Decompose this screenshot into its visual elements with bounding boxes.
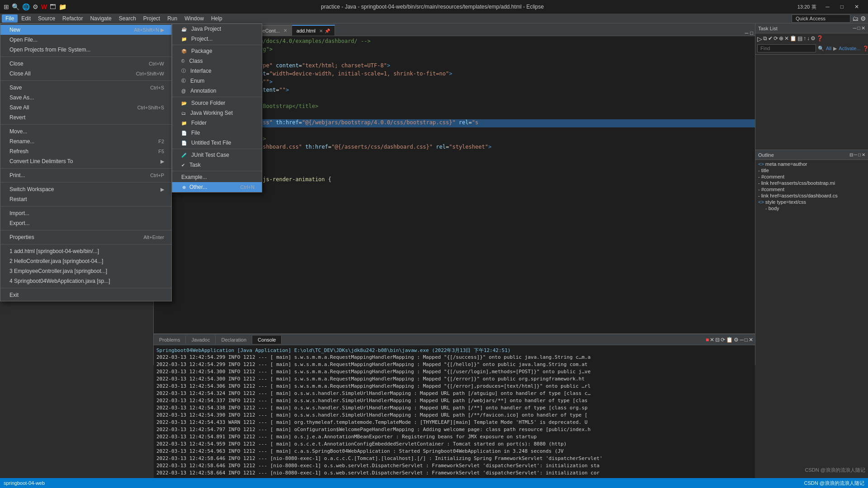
- tab-declaration[interactable]: Declaration: [216, 336, 252, 344]
- close-tab-add[interactable]: ✕: [319, 28, 323, 33]
- outline-item-link-dashboard[interactable]: - link href=asserts/css/dashboard.cs: [756, 192, 867, 199]
- file-menu-new[interactable]: New Alt+Shift+N ▶: [0, 25, 171, 35]
- tab-javadoc[interactable]: Javadoc: [186, 336, 216, 344]
- file-menu-save-all[interactable]: Save All Ctrl+Shift+S: [0, 103, 171, 113]
- file-menu-restart[interactable]: Restart: [0, 194, 171, 204]
- all-button[interactable]: All: [826, 46, 831, 51]
- file-menu-export[interactable]: Export...: [0, 218, 171, 228]
- console-minimize[interactable]: ─: [740, 337, 744, 343]
- menu-file[interactable]: File: [2, 14, 18, 23]
- file-menu-recent-4[interactable]: 4 Springboot04WebApplication.java [sp...…: [0, 276, 171, 286]
- console-btn-2[interactable]: ✕: [710, 337, 714, 343]
- new-interface[interactable]: ⒾInterface: [172, 66, 262, 76]
- new-source-folder[interactable]: 📂Source Folder: [172, 98, 262, 108]
- task-btn-8[interactable]: ▤: [797, 35, 802, 42]
- pin-icon[interactable]: 📌: [325, 28, 330, 33]
- outline-collapse[interactable]: ⊟: [849, 152, 853, 157]
- console-btn-4[interactable]: ⟳: [721, 337, 725, 343]
- new-class[interactable]: ©Class: [172, 56, 262, 66]
- file-menu-rename[interactable]: Rename... F2: [0, 136, 171, 146]
- task-help-icon[interactable]: ❓: [863, 46, 868, 52]
- new-project[interactable]: 📁Project...: [172, 34, 262, 44]
- task-btn-9[interactable]: ↑: [803, 35, 806, 42]
- new-java-project[interactable]: ☕Java Project: [172, 24, 262, 34]
- search-taskbar-icon[interactable]: 🔍: [12, 3, 19, 10]
- file-menu-open-projects[interactable]: Open Projects from File System...: [0, 45, 171, 55]
- task-btn-4[interactable]: ⟳: [774, 35, 778, 42]
- menu-refactor[interactable]: Refactor: [59, 14, 86, 23]
- file-menu-refresh[interactable]: Refresh F5: [0, 146, 171, 156]
- task-btn-11[interactable]: ⚙: [811, 35, 816, 42]
- file-menu-print[interactable]: Print... Ctrl+P: [0, 170, 171, 180]
- task-list-close[interactable]: ✕: [861, 25, 865, 31]
- task-btn-3[interactable]: ✔: [768, 35, 773, 42]
- new-package[interactable]: 📦Package: [172, 46, 262, 56]
- close-tab-employee[interactable]: ✕: [283, 28, 287, 33]
- console-btn-5[interactable]: 📋: [726, 337, 733, 343]
- file-menu-save-as[interactable]: Save As...: [0, 93, 171, 103]
- file-menu-recent-3[interactable]: 3 EmployeeController.java [springboot...…: [0, 266, 171, 276]
- window-controls[interactable]: ─ □ ✕: [820, 0, 864, 14]
- minimize-button[interactable]: ─: [820, 0, 835, 14]
- tab-add-html[interactable]: add.html ✕ 📌: [292, 25, 335, 36]
- toolbar-icon-1[interactable]: 🗂: [852, 15, 859, 22]
- minimize-editor-icon[interactable]: ─: [745, 30, 749, 36]
- menu-project[interactable]: Project: [140, 14, 164, 23]
- tab-problems[interactable]: Problems: [154, 336, 186, 344]
- console-maximize[interactable]: □: [745, 337, 748, 343]
- maximize-button[interactable]: □: [835, 0, 849, 14]
- outline-item-style[interactable]: <> style type=text/css: [756, 199, 867, 205]
- file-menu-convert[interactable]: Convert Line Delimiters To ▶: [0, 156, 171, 166]
- file-menu-properties[interactable]: Properties Alt+Enter: [0, 232, 171, 242]
- outline-item-title[interactable]: - title: [756, 167, 867, 174]
- menu-source[interactable]: Source: [34, 14, 59, 23]
- activate-button[interactable]: Activate...: [839, 46, 860, 51]
- new-java-working-set[interactable]: 🗂Java Working Set: [172, 108, 262, 118]
- new-task[interactable]: ✔Task: [172, 160, 262, 170]
- close-button[interactable]: ✕: [849, 0, 864, 14]
- task-btn-2[interactable]: ⧉: [763, 35, 767, 42]
- task-list-maximize[interactable]: □: [857, 25, 860, 31]
- console-content[interactable]: Springboot04WebApplication [Java Applica…: [154, 345, 755, 478]
- file-menu-revert[interactable]: Revert: [0, 113, 171, 122]
- task-find-input[interactable]: [757, 44, 816, 52]
- task-btn-1[interactable]: ▷: [757, 35, 762, 42]
- outline-item-comment1[interactable]: - #comment: [756, 174, 867, 180]
- task-btn-7[interactable]: 📋: [790, 35, 797, 42]
- outline-item-link-bootstrap[interactable]: - link href=asserts/css/bootstrap.mi: [756, 180, 867, 186]
- task-btn-12[interactable]: ❓: [816, 35, 823, 42]
- file-menu-exit[interactable]: Exit: [0, 290, 171, 300]
- console-btn-3[interactable]: ⊟: [715, 337, 720, 343]
- tab-console[interactable]: Console: [252, 336, 282, 344]
- task-list-minimize[interactable]: ─: [853, 25, 857, 31]
- outline-item-body[interactable]: - body: [756, 205, 867, 211]
- menu-search[interactable]: Search: [115, 14, 140, 23]
- new-example[interactable]: Example...: [172, 172, 262, 182]
- outline-item-comment2[interactable]: - #comment: [756, 186, 867, 192]
- task-btn-6[interactable]: ✕: [784, 35, 789, 42]
- outline-item-meta[interactable]: <> meta name=author: [756, 161, 867, 167]
- console-close[interactable]: ✕: [749, 337, 753, 343]
- console-btn-terminate[interactable]: ■: [706, 337, 709, 343]
- file-menu-close-all[interactable]: Close All Ctrl+Shift+W: [0, 69, 171, 79]
- file-menu-switch-workspace[interactable]: Switch Workspace ▶: [0, 184, 171, 194]
- file-menu-recent-1[interactable]: 1 add.html [springboot-04-web/bin/...]: [0, 246, 171, 256]
- new-file[interactable]: 📄File: [172, 128, 262, 138]
- new-annotation[interactable]: @Annotation: [172, 86, 262, 96]
- file-menu-move[interactable]: Move...: [0, 127, 171, 136]
- outline-maximize[interactable]: □: [858, 152, 861, 157]
- new-untitled-text-file[interactable]: 📄Untitled Text File: [172, 138, 262, 148]
- new-enum[interactable]: ⒺEnum: [172, 76, 262, 86]
- file-menu-recent-2[interactable]: 2 HelloController.java [springboot-04...…: [0, 256, 171, 266]
- task-search-icon[interactable]: 🔍: [818, 46, 824, 52]
- file-menu-close[interactable]: Close Ctrl+W: [0, 59, 171, 69]
- menu-edit[interactable]: Edit: [18, 14, 34, 23]
- file-menu-open-file[interactable]: Open File...: [0, 35, 171, 45]
- console-btn-6[interactable]: ⚙: [734, 337, 739, 343]
- outline-minimize[interactable]: ─: [854, 152, 857, 157]
- quick-access-input[interactable]: [792, 14, 850, 23]
- outline-close[interactable]: ✕: [862, 152, 865, 157]
- new-junit-test-case[interactable]: 🧪JUnit Test Case: [172, 150, 262, 160]
- menu-run[interactable]: Run: [164, 14, 181, 23]
- toolbar-icon-2[interactable]: ⚙: [860, 15, 866, 22]
